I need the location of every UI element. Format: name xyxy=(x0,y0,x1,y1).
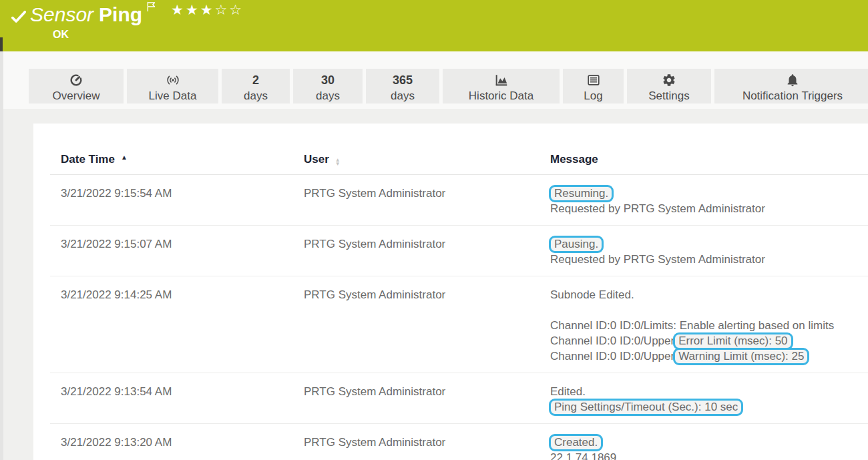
sensor-status-header: SensorPing ★★★☆☆ OK xyxy=(0,0,868,51)
log-datetime-cell: 3/21/2022 9:13:54 AM xyxy=(50,373,293,424)
message-text: Subnode Edited. xyxy=(550,288,634,301)
tab-label: Historic Data xyxy=(469,89,533,103)
log-user-cell: PRTG System Administrator xyxy=(293,373,539,424)
tab-label: Settings xyxy=(648,89,689,103)
column-header-date-time[interactable]: Date Time▲ xyxy=(50,153,293,175)
tab-365-days[interactable]: 365days xyxy=(366,69,439,103)
tab-label: days xyxy=(391,89,415,103)
tab-log[interactable]: Log xyxy=(563,69,624,103)
flag-icon[interactable] xyxy=(146,1,156,15)
tab-settings[interactable]: Settings xyxy=(627,69,711,103)
message-text: Channel ID:0 ID:0/Upper xyxy=(550,350,674,363)
tab-label: days xyxy=(316,89,340,103)
log-user-cell: PRTG System Administrator xyxy=(293,276,539,373)
message-text: Channel ID:0 ID:0/Upper xyxy=(550,334,674,347)
message-text: Requested by PRTG System Administrator xyxy=(550,253,765,266)
log-message-cell: Edited.Ping Settings/Timeout (Sec.): 10 … xyxy=(539,373,868,424)
log-icon xyxy=(586,72,601,88)
tab-bar: OverviewLive Data2days30days365daysHisto… xyxy=(29,69,868,103)
log-user-cell: PRTG System Administrator xyxy=(293,175,539,226)
log-datetime-cell: 3/21/2022 9:15:07 AM xyxy=(50,226,293,276)
message-line: Pausing. xyxy=(550,236,868,252)
log-datetime-cell: 3/21/2022 9:14:25 AM xyxy=(50,276,293,373)
column-header-message: Message xyxy=(539,153,868,175)
sensor-name: Ping xyxy=(99,3,142,25)
left-edge-strip xyxy=(0,51,3,460)
bell-icon xyxy=(785,72,800,88)
tab-30-days[interactable]: 30days xyxy=(293,69,363,103)
highlighted-change-text: Pausing. xyxy=(549,236,604,253)
gauge-icon xyxy=(69,72,83,88)
message-text: 22.1.74.1869 xyxy=(550,451,616,460)
message-line: Requested by PRTG System Administrator xyxy=(550,252,868,267)
message-line: Channel ID:0 ID:0/UpperError Limit (msec… xyxy=(550,333,868,349)
message-line: Edited. xyxy=(550,384,868,399)
tab-number: 2 xyxy=(252,72,259,88)
message-line: Ping Settings/Timeout (Sec.): 10 sec xyxy=(550,399,868,415)
tab-2-days[interactable]: 2days xyxy=(222,69,290,103)
message-line: Channel ID:0 ID:0/Limits: Enable alertin… xyxy=(550,318,868,333)
area-chart-icon xyxy=(494,72,509,88)
message-line: Subnode Edited. xyxy=(550,287,868,302)
log-row: 3/21/2022 9:15:54 AMPRTG System Administ… xyxy=(50,175,868,226)
tab-overview[interactable]: Overview xyxy=(29,69,124,103)
column-header-user[interactable]: User▲▼ xyxy=(293,153,539,175)
message-line xyxy=(550,302,868,318)
highlighted-change-text: Warning Limit (msec): 25 xyxy=(673,348,809,365)
message-line: Resuming. xyxy=(550,186,868,201)
log-user-cell: PRTG System Administrator xyxy=(293,226,539,276)
left-edge-notch xyxy=(0,37,3,51)
log-message-cell: Created.22.1.74.1869 xyxy=(539,424,868,460)
message-text: Requested by PRTG System Administrator xyxy=(550,202,765,215)
log-row: 3/21/2022 9:15:07 AMPRTG System Administ… xyxy=(50,226,868,276)
tab-label: Notification Triggers xyxy=(742,89,843,103)
log-user-cell: PRTG System Administrator xyxy=(293,424,539,460)
object-type-label: Sensor xyxy=(30,3,93,25)
sort-ascending-icon: ▲ xyxy=(121,154,128,161)
tab-label: Log xyxy=(584,89,602,103)
log-datetime-cell: 3/21/2022 9:13:20 AM xyxy=(50,424,293,460)
tab-number: 30 xyxy=(321,72,335,88)
message-text: Edited. xyxy=(550,385,586,398)
message-line: Created. xyxy=(550,435,868,450)
message-line: Channel ID:0 ID:0/UpperWarning Limit (ms… xyxy=(550,349,868,364)
log-message-cell: Resuming.Requested by PRTG System Admini… xyxy=(539,175,868,226)
log-table-body: 3/21/2022 9:15:54 AMPRTG System Administ… xyxy=(50,175,868,460)
sort-icon: ▲▼ xyxy=(335,158,341,166)
message-line: 22.1.74.1869 xyxy=(550,450,868,460)
tab-label: Overview xyxy=(53,89,100,103)
status-ok-check-icon xyxy=(10,8,27,28)
tab-notification-triggers[interactable]: Notification Triggers xyxy=(714,69,868,103)
log-row: 3/21/2022 9:13:54 AMPRTG System Administ… xyxy=(50,373,868,424)
gear-icon xyxy=(662,72,676,88)
tab-label: days xyxy=(244,89,268,103)
log-row: 3/21/2022 9:13:20 AMPRTG System Administ… xyxy=(50,424,868,460)
log-row: 3/21/2022 9:14:25 AMPRTG System Administ… xyxy=(50,276,868,373)
tab-live-data[interactable]: Live Data xyxy=(127,69,218,103)
log-table: Date Time▲ User▲▼ Message 3/21/2022 9:15… xyxy=(50,153,868,460)
sensor-status-badge: OK xyxy=(53,29,69,41)
log-panel: Date Time▲ User▲▼ Message 3/21/2022 9:15… xyxy=(33,124,868,460)
priority-stars[interactable]: ★★★☆☆ xyxy=(171,2,244,18)
log-message-cell: Pausing.Requested by PRTG System Adminis… xyxy=(539,226,868,276)
log-datetime-cell: 3/21/2022 9:15:54 AM xyxy=(50,175,293,226)
broadcast-icon xyxy=(166,72,180,88)
message-line: Requested by PRTG System Administrator xyxy=(550,201,868,216)
tab-label: Live Data xyxy=(149,89,197,103)
highlighted-change-text: Ping Settings/Timeout (Sec.): 10 sec xyxy=(549,399,743,416)
tab-number: 365 xyxy=(393,72,413,88)
highlighted-change-text: Resuming. xyxy=(549,185,614,202)
log-message-cell: Subnode Edited. Channel ID:0 ID:0/Limits… xyxy=(539,276,868,373)
highlighted-change-text: Created. xyxy=(549,434,603,451)
message-text: Channel ID:0 ID:0/Limits: Enable alertin… xyxy=(550,319,834,332)
tab-historic-data[interactable]: Historic Data xyxy=(443,69,560,103)
